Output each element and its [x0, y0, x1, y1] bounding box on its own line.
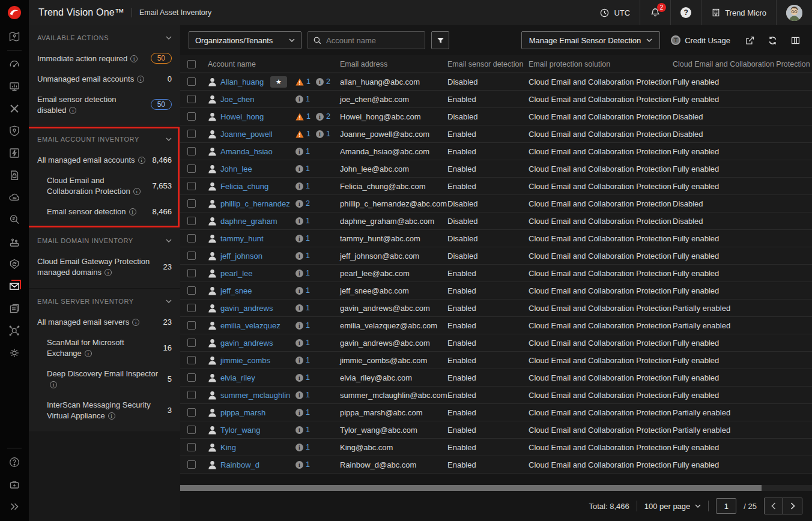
info-count[interactable]: 1 — [306, 286, 310, 295]
toolbox-icon[interactable] — [0, 473, 29, 495]
sidebar-item[interactable]: Deep Discovery Email Inspectori5 — [37, 363, 172, 394]
account-name-link[interactable]: tammy_hunt — [220, 234, 264, 243]
info-icon[interactable]: i — [130, 55, 138, 62]
info-count[interactable]: 1 — [306, 164, 310, 173]
help-button[interactable]: ? — [671, 0, 701, 25]
info-icon[interactable]: i — [132, 319, 139, 326]
account-name-link[interactable]: Amanda_hsiao — [220, 147, 273, 156]
info-count[interactable]: 1 — [306, 251, 310, 260]
info-count[interactable]: 1 — [306, 408, 310, 417]
refresh-button[interactable] — [764, 32, 781, 49]
dashboard-icon[interactable] — [0, 53, 29, 75]
info-count[interactable]: 1 — [306, 443, 310, 451]
row-checkbox[interactable] — [187, 112, 196, 121]
tenant-switcher[interactable]: Trend Micro — [701, 0, 776, 25]
info-count[interactable]: 1 — [306, 460, 310, 469]
row-checkbox[interactable] — [187, 460, 196, 469]
column-header[interactable]: Cloud Email and Collaboration Protection — [673, 60, 812, 68]
row-checkbox[interactable] — [187, 95, 196, 103]
column-header[interactable]: Email address — [340, 60, 447, 68]
info-count[interactable]: 1 — [306, 356, 310, 364]
info-count[interactable]: 1 — [306, 391, 310, 399]
credentials-icon[interactable] — [0, 164, 29, 186]
sidebar-item[interactable]: Cloud Email Gateway Protection managed d… — [37, 251, 172, 282]
row-checkbox[interactable] — [187, 234, 196, 242]
scrollbar-thumb[interactable] — [180, 485, 762, 491]
account-name-link[interactable]: Rainbow_d — [220, 460, 259, 469]
sidebar-item[interactable]: Email sensor detection disabledi50 — [37, 89, 172, 120]
sidebar-item[interactable]: Immediate action requiredi50 — [37, 48, 172, 68]
row-checkbox[interactable] — [187, 199, 196, 208]
warning-count[interactable]: 1 — [306, 130, 311, 138]
attack-surface-icon[interactable] — [0, 119, 29, 142]
account-name-link[interactable]: Felicia_chung — [220, 182, 268, 191]
favorite-star-button[interactable]: ★ — [270, 76, 287, 88]
sidebar-item[interactable]: ScanMail for Microsoft Exchangei16 — [37, 332, 172, 363]
next-page-button[interactable] — [783, 498, 802, 514]
simulations-icon[interactable] — [0, 230, 29, 253]
export-button[interactable] — [741, 32, 758, 49]
page-number-input[interactable] — [716, 498, 736, 514]
search-input[interactable] — [326, 36, 410, 45]
row-checkbox[interactable] — [187, 391, 196, 399]
info-count[interactable]: 1 — [306, 217, 310, 225]
info-count[interactable]: 1 — [306, 95, 310, 103]
row-checkbox[interactable] — [187, 269, 196, 277]
account-name-link[interactable]: jeff_johnson — [220, 251, 262, 260]
row-checkbox[interactable] — [187, 373, 196, 382]
per-page-dropdown[interactable]: 100 per page — [644, 502, 701, 511]
sidebar-item[interactable]: Email sensor detectioni8,466 — [37, 201, 172, 221]
account-name-link[interactable]: summer_mclaughlin — [220, 391, 290, 400]
response-icon[interactable] — [0, 142, 29, 164]
email-asset-inventory-icon[interactable] — [0, 275, 29, 297]
info-count[interactable]: 1 — [306, 234, 310, 242]
row-checkbox[interactable] — [187, 147, 196, 155]
info-count[interactable]: 1 — [306, 426, 310, 434]
row-checkbox[interactable] — [187, 251, 196, 260]
info-count[interactable]: 1 — [306, 182, 310, 190]
row-checkbox[interactable] — [187, 130, 196, 138]
info-count[interactable]: 1 — [306, 147, 310, 155]
info-icon[interactable]: i — [85, 350, 92, 357]
row-checkbox[interactable] — [187, 304, 196, 312]
row-checkbox[interactable] — [187, 426, 196, 434]
account-name-link[interactable]: King — [220, 443, 236, 452]
reports-icon[interactable] — [0, 75, 29, 97]
info-icon[interactable]: i — [50, 381, 57, 388]
search-icon[interactable] — [0, 208, 29, 230]
collapse-icon[interactable] — [0, 495, 29, 517]
account-name-link[interactable]: pearl_lee — [220, 269, 253, 278]
column-header[interactable]: Email sensor detection — [447, 60, 529, 68]
account-name-link[interactable]: Joe_chen — [220, 95, 254, 104]
info-icon[interactable]: i — [69, 107, 76, 114]
warning-count[interactable]: 1 — [306, 77, 311, 86]
info-icon[interactable]: i — [105, 269, 112, 276]
info-icon[interactable]: i — [133, 188, 141, 195]
section-header[interactable]: AVAILABLE ACTIONS — [37, 28, 172, 48]
info-icon[interactable]: i — [137, 76, 144, 83]
info-count[interactable]: 1 — [306, 304, 310, 312]
info-count[interactable]: 2 — [326, 77, 330, 86]
row-checkbox[interactable] — [187, 164, 196, 173]
filter-button[interactable] — [431, 31, 449, 49]
info-count[interactable]: 1 — [306, 339, 310, 347]
account-name-link[interactable]: John_lee — [220, 164, 252, 173]
trend-micro-logo[interactable] — [0, 0, 29, 25]
sidebar-item[interactable]: All managed email accountsi8,466 — [37, 149, 172, 170]
row-checkbox[interactable] — [187, 182, 196, 190]
zero-trust-icon[interactable] — [0, 253, 29, 275]
account-name-link[interactable]: emilia_velazquez — [220, 321, 280, 330]
account-name-link[interactable]: Allan_huang — [220, 77, 264, 86]
column-settings-button[interactable] — [787, 32, 804, 49]
info-count[interactable]: 1 — [306, 269, 310, 277]
column-header[interactable]: Email protection solution — [529, 60, 673, 68]
account-name-link[interactable]: gavin_andrews — [220, 304, 273, 313]
row-checkbox[interactable] — [187, 443, 196, 451]
account-name-link[interactable]: phillip_c_hernandez — [220, 199, 290, 208]
organizations-tenants-dropdown[interactable]: Organizations/Tenants — [189, 31, 301, 49]
info-count[interactable]: 1 — [326, 130, 330, 138]
credit-usage-button[interactable]: T Credit Usage — [671, 35, 730, 45]
row-checkbox[interactable] — [187, 286, 196, 295]
workbench-icon[interactable] — [0, 25, 29, 47]
info-count[interactable]: 2 — [326, 112, 330, 121]
